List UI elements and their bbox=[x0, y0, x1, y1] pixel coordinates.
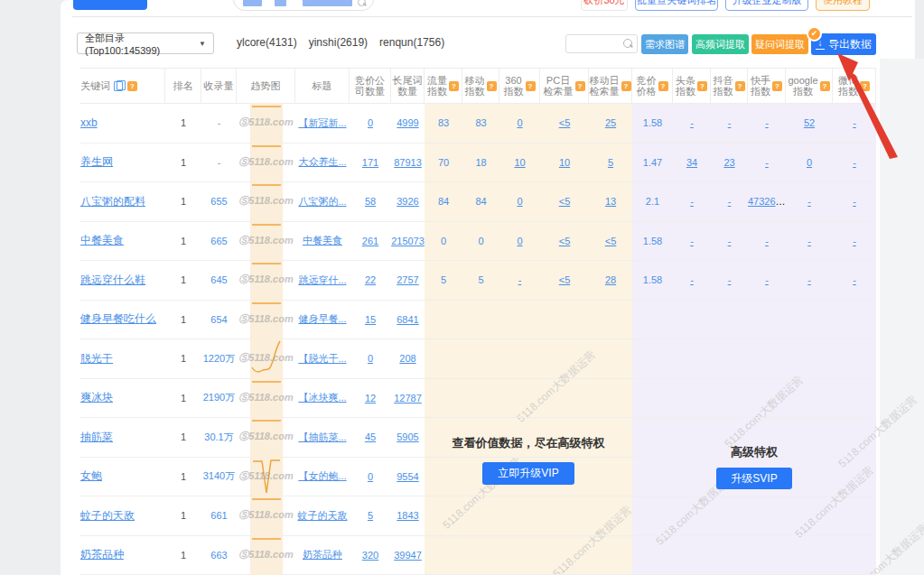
keyword-value[interactable]: 抽筋菜 bbox=[80, 431, 113, 443]
pc_daily-value[interactable]: <5 bbox=[559, 117, 571, 128]
title-value[interactable]: 【抽筋菜... bbox=[298, 431, 346, 442]
trend-thumbnail[interactable]: Ⓢ5118.com bbox=[250, 221, 283, 261]
keyword-value[interactable]: 脱光干 bbox=[80, 352, 113, 365]
mobile_daily-value[interactable]: <5 bbox=[605, 236, 617, 246]
rank-value[interactable]: 1 bbox=[181, 157, 186, 168]
mobile_daily-value[interactable]: 28 bbox=[605, 274, 616, 285]
pc_daily-value[interactable]: <5 bbox=[559, 274, 571, 285]
tutorial-button[interactable]: 使用教程 bbox=[816, 0, 870, 11]
trend-thumbnail[interactable]: Ⓢ5118.com bbox=[250, 300, 283, 339]
longtail-value[interactable]: 5905 bbox=[397, 431, 418, 442]
highfreq-extract-button[interactable]: 高频词提取 bbox=[692, 34, 749, 54]
idx360-value[interactable]: 0 bbox=[517, 196, 522, 207]
keyword-value[interactable]: 养生网 bbox=[80, 155, 113, 168]
title-value[interactable]: 蚊子的天敌 bbox=[298, 510, 348, 521]
trend-thumbnail[interactable]: Ⓢ5118.com bbox=[250, 457, 283, 496]
google-value[interactable]: - bbox=[807, 236, 811, 246]
bid_companies-value[interactable]: 0 bbox=[368, 117, 373, 128]
longtail-value[interactable]: 6841 bbox=[397, 314, 418, 325]
bid_companies-value[interactable]: 22 bbox=[365, 274, 376, 285]
weibo-value[interactable]: - bbox=[853, 236, 856, 246]
weibo-value[interactable]: - bbox=[853, 157, 856, 168]
bid_companies-value[interactable]: 12 bbox=[365, 393, 376, 403]
title-value[interactable]: 跳远穿什... bbox=[298, 274, 346, 285]
rank-value[interactable]: 1 bbox=[181, 236, 186, 246]
kuaishou-value[interactable]: 4732674 bbox=[748, 196, 786, 207]
bid_companies-value[interactable]: 5 bbox=[368, 510, 373, 521]
trend-thumbnail[interactable]: Ⓢ5118.com bbox=[250, 103, 283, 143]
rank-value[interactable]: 1 bbox=[181, 117, 186, 128]
bid_companies-value[interactable]: 15 bbox=[365, 314, 376, 325]
toutiao-value[interactable]: - bbox=[690, 274, 694, 285]
rank-value[interactable]: 1 bbox=[181, 550, 186, 561]
toutiao-value[interactable]: - bbox=[690, 236, 694, 246]
pc_daily-value[interactable]: 10 bbox=[559, 157, 570, 168]
copy-icon[interactable] bbox=[114, 80, 124, 91]
title-value[interactable]: 大众养生... bbox=[298, 156, 346, 167]
help-icon[interactable]: ? bbox=[820, 81, 830, 91]
title-value[interactable]: 健身早餐... bbox=[298, 313, 346, 324]
help-icon[interactable]: ? bbox=[735, 81, 745, 91]
filter-tag-renqun[interactable]: renqun(1756) bbox=[379, 36, 444, 49]
question-extract-button[interactable]: 疑问词提取 bbox=[751, 34, 808, 54]
douyin-value[interactable]: - bbox=[728, 196, 732, 207]
upgrade-svip-button[interactable]: 升级SVIP bbox=[716, 468, 792, 489]
google-value[interactable]: - bbox=[807, 196, 811, 207]
longtail-value[interactable]: 215073 bbox=[391, 236, 425, 246]
trend-thumbnail[interactable]: Ⓢ5118.com bbox=[250, 417, 283, 457]
longtail-value[interactable]: 4999 bbox=[397, 117, 418, 128]
title-value[interactable]: 【女的鲍... bbox=[298, 470, 346, 481]
longtail-value[interactable]: 2757 bbox=[397, 274, 418, 285]
keyword-value[interactable]: xxb bbox=[80, 116, 98, 129]
title-value[interactable]: 【冰块爽... bbox=[298, 392, 346, 403]
batch-query-button[interactable]: 批量查关键词排名 bbox=[635, 0, 718, 11]
idx360-value[interactable]: 10 bbox=[514, 157, 525, 168]
title-value[interactable]: 【脱光干... bbox=[298, 353, 346, 364]
directory-select[interactable]: 全部目录(Top100:145399) ▼ bbox=[77, 32, 214, 54]
kuaishou-value[interactable]: - bbox=[765, 157, 769, 168]
rank-value[interactable]: 1 bbox=[181, 314, 186, 325]
douyin-value[interactable]: 23 bbox=[723, 157, 734, 168]
trend-thumbnail[interactable]: Ⓢ5118.com bbox=[250, 535, 283, 575]
bid_companies-value[interactable]: 58 bbox=[365, 196, 376, 207]
longtail-value[interactable]: 3926 bbox=[397, 196, 418, 207]
help-icon[interactable]: ? bbox=[127, 81, 137, 91]
help-icon[interactable]: ? bbox=[697, 81, 707, 91]
toutiao-value[interactable]: 34 bbox=[686, 157, 697, 168]
longtail-value[interactable]: 9554 bbox=[397, 471, 418, 482]
help-icon[interactable]: ? bbox=[526, 81, 536, 91]
help-icon[interactable]: ? bbox=[772, 81, 782, 91]
top-primary-button[interactable] bbox=[73, 0, 147, 10]
douyin-value[interactable]: - bbox=[728, 274, 732, 285]
bid_companies-value[interactable]: 45 bbox=[365, 431, 376, 442]
rank-value[interactable]: 1 bbox=[181, 431, 186, 442]
rank-value[interactable]: 1 bbox=[181, 510, 186, 521]
rank-value[interactable]: 1 bbox=[181, 393, 186, 403]
search-icon[interactable] bbox=[623, 39, 633, 49]
google-value[interactable]: - bbox=[807, 274, 811, 285]
longtail-value[interactable]: 208 bbox=[399, 353, 415, 364]
bid_companies-value[interactable]: 320 bbox=[362, 550, 378, 561]
rank-value[interactable]: 1 bbox=[181, 196, 186, 207]
kuaishou-value[interactable]: - bbox=[765, 274, 769, 285]
trend-thumbnail[interactable]: Ⓢ5118.com bbox=[250, 339, 283, 378]
keyword-value[interactable]: 中餐美食 bbox=[80, 234, 124, 246]
keyword-value[interactable]: 八宝粥的配料 bbox=[80, 195, 145, 208]
trend-thumbnail[interactable]: Ⓢ5118.com bbox=[250, 260, 283, 300]
rank-value[interactable]: 1 bbox=[181, 353, 186, 364]
filter-tag-yinshi[interactable]: yinshi(2619) bbox=[309, 36, 368, 49]
demand-map-button[interactable]: 需求图谱 bbox=[641, 34, 688, 54]
pc_daily-value[interactable]: <5 bbox=[559, 236, 571, 246]
weibo-value[interactable]: - bbox=[853, 117, 856, 128]
title-value[interactable]: 八宝粥的... bbox=[298, 196, 346, 207]
trend-thumbnail[interactable]: Ⓢ5118.com bbox=[250, 181, 283, 221]
title-value[interactable]: 奶茶品种 bbox=[303, 549, 342, 560]
help-icon[interactable]: ? bbox=[575, 81, 585, 91]
keyword-value[interactable]: 爽冰块 bbox=[80, 391, 113, 403]
google-value[interactable]: 0 bbox=[807, 157, 812, 168]
douyin-value[interactable]: - bbox=[728, 117, 732, 128]
keyword-value[interactable]: 跳远穿什么鞋 bbox=[80, 274, 145, 286]
longtail-value[interactable]: 1843 bbox=[397, 510, 418, 521]
keyword-value[interactable]: 女鲍 bbox=[80, 469, 102, 482]
bid_companies-value[interactable]: 0 bbox=[368, 353, 373, 364]
